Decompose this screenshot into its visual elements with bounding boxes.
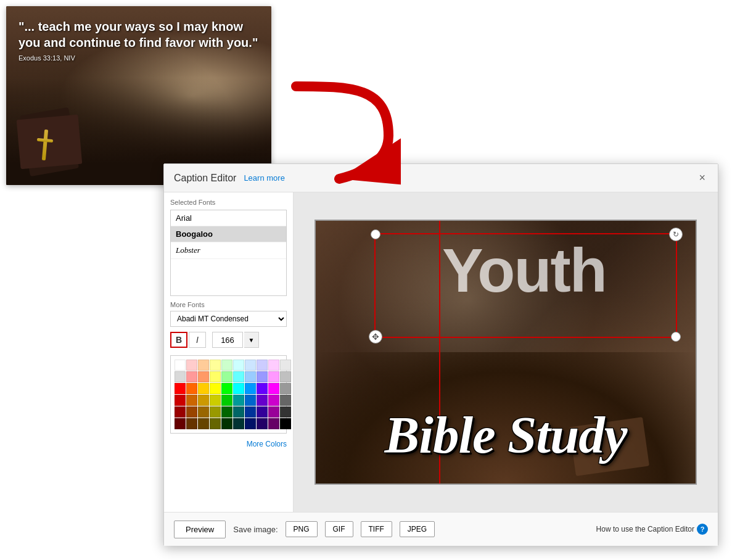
close-button[interactable]: ×: [696, 171, 708, 184]
color-cell-7[interactable]: [257, 360, 268, 371]
color-cell-1[interactable]: [186, 360, 197, 371]
color-cell-21[interactable]: [186, 383, 197, 394]
bold-button[interactable]: B: [170, 332, 187, 348]
dialog-header: Caption Editor Learn more ×: [164, 164, 718, 192]
help-caption: How to use the Caption Editor: [596, 525, 694, 533]
font-dropdown[interactable]: Abadi MT Condensed: [170, 311, 287, 327]
color-cell-36[interactable]: [245, 395, 256, 406]
help-text-area: How to use the Caption Editor ?: [596, 524, 708, 535]
color-cell-57[interactable]: [257, 418, 268, 429]
color-cell-12[interactable]: [198, 371, 209, 382]
color-cell-42[interactable]: [198, 406, 209, 418]
caption-editor-dialog: Caption Editor Learn more × Selected Fon…: [163, 163, 718, 546]
color-cell-30[interactable]: [175, 395, 186, 406]
size-dropdown-button[interactable]: ▼: [244, 332, 259, 348]
color-cell-52[interactable]: [198, 418, 209, 429]
background-image: "... teach me your ways so I may know yo…: [6, 6, 271, 185]
save-png-button[interactable]: PNG: [286, 521, 318, 537]
color-cell-11[interactable]: [186, 371, 197, 382]
color-cell-15[interactable]: [233, 371, 244, 382]
color-cell-5[interactable]: [233, 360, 244, 371]
color-cell-10[interactable]: [175, 371, 186, 382]
color-cell-34[interactable]: [221, 395, 232, 406]
color-cell-35[interactable]: [233, 395, 244, 406]
color-cell-4[interactable]: [221, 360, 232, 371]
format-row: B I ▼: [170, 332, 287, 348]
color-cell-59[interactable]: [280, 418, 291, 429]
color-grid: [175, 360, 282, 429]
red-arrow: [278, 74, 401, 185]
color-cell-28[interactable]: [268, 383, 279, 394]
color-cell-0[interactable]: [175, 360, 186, 371]
color-cell-49[interactable]: [280, 406, 291, 418]
dialog-title-area: Caption Editor Learn more: [174, 173, 285, 184]
save-jpeg-button[interactable]: JPEG: [400, 521, 435, 537]
color-cell-37[interactable]: [257, 395, 268, 406]
color-cell-19[interactable]: [280, 371, 291, 382]
color-cell-9[interactable]: [280, 360, 291, 371]
color-cell-33[interactable]: [210, 395, 221, 406]
more-colors-link[interactable]: More Colors: [170, 437, 287, 448]
bible-study-text: Bible Study: [328, 405, 683, 465]
color-cell-50[interactable]: [175, 418, 186, 429]
move-handle[interactable]: ✥: [369, 330, 382, 344]
color-cell-48[interactable]: [268, 406, 279, 418]
color-cell-6[interactable]: [245, 360, 256, 371]
color-cell-53[interactable]: [210, 418, 221, 429]
dialog-title: Caption Editor: [174, 173, 236, 184]
color-cell-8[interactable]: [268, 360, 279, 371]
color-cell-44[interactable]: [221, 406, 232, 418]
color-cell-40[interactable]: [175, 406, 186, 418]
color-cell-22[interactable]: [198, 383, 209, 394]
italic-button[interactable]: I: [189, 332, 206, 348]
preview-button[interactable]: Preview: [174, 521, 226, 538]
font-list: Arial Boogaloo Lobster: [170, 210, 287, 296]
quote-main-text: "... teach me your ways so I may know yo…: [18, 19, 259, 51]
more-fonts-label: More Fonts: [170, 301, 287, 308]
color-cell-55[interactable]: [233, 418, 244, 429]
color-cell-41[interactable]: [186, 406, 197, 418]
color-cell-25[interactable]: [233, 383, 244, 394]
color-cell-26[interactable]: [245, 383, 256, 394]
color-cell-29[interactable]: [280, 383, 291, 394]
color-cell-54[interactable]: [221, 418, 232, 429]
color-cell-46[interactable]: [245, 406, 256, 418]
color-palette: [170, 355, 287, 434]
color-cell-16[interactable]: [245, 371, 256, 382]
color-cell-2[interactable]: [198, 360, 209, 371]
rotate-handle[interactable]: ↻: [669, 228, 683, 241]
image-canvas: Youth ✥ ↻ Bible Study: [314, 220, 697, 485]
save-gif-button[interactable]: GIF: [325, 521, 353, 537]
color-cell-14[interactable]: [221, 371, 232, 382]
color-cell-23[interactable]: [210, 383, 221, 394]
color-cell-47[interactable]: [257, 406, 268, 418]
color-cell-18[interactable]: [268, 371, 279, 382]
color-cell-3[interactable]: [210, 360, 221, 371]
color-cell-39[interactable]: [280, 395, 291, 406]
color-cell-43[interactable]: [210, 406, 221, 418]
save-tiff-button[interactable]: TIFF: [361, 521, 392, 537]
color-cell-38[interactable]: [268, 395, 279, 406]
color-cell-27[interactable]: [257, 383, 268, 394]
handle-top-left[interactable]: [371, 229, 380, 239]
color-cell-58[interactable]: [268, 418, 279, 429]
handle-bottom-right[interactable]: [671, 332, 681, 342]
font-item-lobster[interactable]: Lobster: [171, 242, 286, 259]
color-cell-56[interactable]: [245, 418, 256, 429]
color-cell-31[interactable]: [186, 395, 197, 406]
color-cell-24[interactable]: [221, 383, 232, 394]
help-icon[interactable]: ?: [697, 524, 708, 535]
color-cell-17[interactable]: [257, 371, 268, 382]
dialog-body: Selected Fonts Arial Boogaloo Lobster Mo…: [164, 192, 718, 512]
color-cell-20[interactable]: [175, 383, 186, 394]
font-item-arial[interactable]: Arial: [171, 210, 286, 226]
color-cell-32[interactable]: [198, 395, 209, 406]
font-item-boogaloo[interactable]: Boogaloo: [171, 226, 286, 242]
more-fonts-row: Abadi MT Condensed: [170, 311, 287, 327]
left-panel: Selected Fonts Arial Boogaloo Lobster Mo…: [164, 192, 294, 512]
color-cell-13[interactable]: [210, 371, 221, 382]
color-cell-51[interactable]: [186, 418, 197, 429]
color-cell-45[interactable]: [233, 406, 244, 418]
canvas-background: Youth ✥ ↻ Bible Study: [316, 221, 696, 484]
font-size-input[interactable]: [212, 332, 243, 348]
